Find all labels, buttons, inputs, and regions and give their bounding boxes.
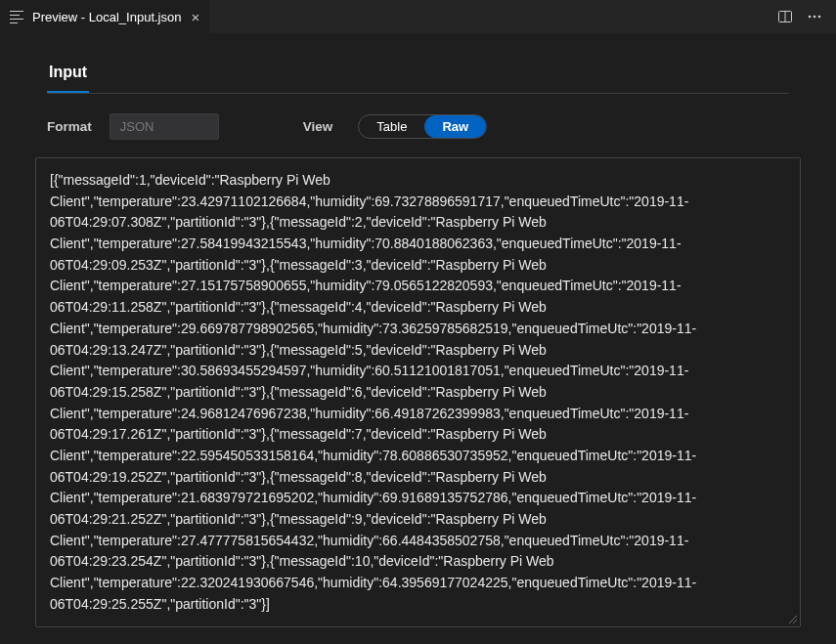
view-option-table[interactable]: Table [359, 115, 424, 138]
svg-line-6 [793, 620, 797, 623]
resize-handle-icon[interactable] [786, 613, 798, 624]
svg-point-3 [814, 16, 816, 19]
more-actions-icon[interactable] [807, 9, 822, 24]
title-bar-actions [777, 0, 836, 33]
view-option-raw[interactable]: Raw [424, 115, 486, 138]
title-bar: Preview - Local_Input.json × [0, 0, 836, 34]
raw-content-box[interactable]: [{"messageId":1,"deviceId":"Raspberry Pi… [35, 157, 801, 627]
split-editor-icon[interactable] [777, 9, 793, 24]
raw-content-text: [{"messageId":1,"deviceId":"Raspberry Pi… [50, 172, 696, 612]
view-segmented: Table Raw [358, 114, 487, 139]
preview-lines-icon [10, 9, 25, 25]
content-area: Input Format View Table Raw [{"messageId… [0, 34, 836, 644]
controls-row: Format View Table Raw [47, 113, 789, 140]
svg-point-4 [818, 16, 821, 19]
svg-line-5 [789, 616, 797, 623]
editor-tab[interactable]: Preview - Local_Input.json × [0, 0, 209, 33]
view-label: View [303, 119, 333, 134]
format-field[interactable] [110, 113, 219, 140]
heading-bar: Input [47, 58, 789, 94]
format-label: Format [47, 119, 92, 134]
close-icon[interactable]: × [191, 10, 199, 24]
heading-input[interactable]: Input [47, 58, 89, 93]
tab-title: Preview - Local_Input.json [32, 10, 181, 24]
svg-point-2 [809, 16, 812, 19]
